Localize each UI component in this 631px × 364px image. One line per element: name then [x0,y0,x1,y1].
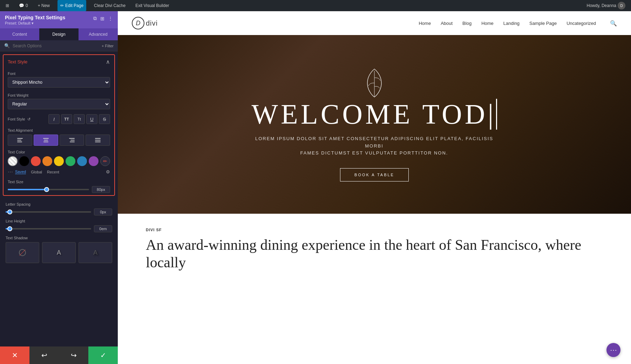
new-btn[interactable]: + New [36,0,52,11]
color-row2: ··· Saved Global Recent ⚙ [8,168,110,176]
panel-grid-icon[interactable]: ⊞ [100,16,104,21]
text-size-label: Text Size [8,180,110,184]
floating-action-button[interactable]: ⋯ [606,343,620,357]
line-height-label: Line Height [6,219,112,223]
tab-content[interactable]: Content [0,28,39,40]
wp-icon-btn[interactable]: ⊞ [4,0,11,11]
color-blue[interactable] [77,156,87,166]
uppercase-btn[interactable]: TT [61,114,72,124]
font-weight-select[interactable]: Regular [8,99,110,109]
letter-spacing-track[interactable] [6,211,91,213]
strikethrough-btn[interactable]: S [99,114,110,124]
svg-rect-4 [44,140,48,140]
text-shadow-section: Text Shadow A A [0,236,118,267]
color-picker-btn[interactable]: ✏ [100,156,110,166]
brand-label: DIVI SF [146,228,603,232]
logo-circle: D [132,17,144,29]
search-input[interactable] [13,43,99,48]
font-group: Font Shippori Mincho [4,69,114,90]
text-size-input[interactable] [92,186,110,193]
letter-spacing-input[interactable] [94,208,112,215]
color-yellow[interactable] [54,156,64,166]
line-height-track[interactable] [6,228,91,229]
tab-design[interactable]: Design [39,28,79,40]
color-green[interactable] [66,156,75,166]
text-size-track[interactable] [8,189,89,190]
preview-area: D divi Home About Blog Home Landing Samp… [118,11,631,364]
wp-icon: ⊞ [6,3,9,8]
text-style-header[interactable]: Text Style ∧ [4,55,114,69]
hero-section: WELCOME TOD| LOREM IPSUM DOLOR SIT AMET … [118,35,631,214]
section-collapse-icon[interactable]: ∧ [106,59,110,65]
color-settings-icon[interactable]: ⚙ [106,169,110,174]
text-color-section: Text Color ✏ ··· Saved [4,148,114,178]
hero-subtitle: LOREM IPSUM DOLOR SIT AMET CONSECTETUR A… [252,135,497,157]
color-tab-global[interactable]: Global [31,170,42,174]
svg-rect-3 [43,138,49,139]
nav-landing[interactable]: Landing [503,21,520,26]
cancel-button[interactable]: ✕ [0,346,29,364]
tab-advanced[interactable]: Advanced [79,28,118,40]
new-label: + New [38,3,50,8]
edit-page-label: Edit Page [65,3,83,8]
color-red[interactable] [31,156,41,166]
panel-copy-icon[interactable]: ⧉ [93,15,97,21]
color-tab-recent[interactable]: Recent [47,170,59,174]
text-shadow-none[interactable] [6,242,39,263]
floating-btn-icon: ⋯ [610,346,617,354]
nav-home2[interactable]: Home [481,21,494,26]
nav-blog[interactable]: Blog [462,21,471,26]
nav-uncategorized[interactable]: Uncategorized [566,21,596,26]
font-select[interactable]: Shippori Mincho [8,77,110,88]
exit-builder-btn[interactable]: Exit Visual Builder [133,0,171,11]
comments-icon: 💬 [19,3,24,8]
align-center-btn[interactable] [34,135,58,146]
align-right-btn[interactable] [60,135,84,146]
search-bar: 🔍 + Filter [0,40,118,51]
undo-button[interactable]: ↩ [29,346,59,364]
nav-search-icon[interactable]: 🔍 [610,20,617,27]
underline-btn[interactable]: U [86,114,97,124]
nav-home[interactable]: Home [419,21,431,26]
save-button[interactable]: ✓ [88,346,118,364]
svg-rect-11 [95,142,101,142]
text-style-section: Text Style ∧ Font Shippori Mincho Font W… [3,54,115,196]
svg-rect-2 [17,142,22,142]
color-more-btn[interactable]: ··· [8,168,13,176]
italic-btn[interactable]: I [48,114,60,124]
reset-icon[interactable]: ↺ [27,117,30,122]
clear-cache-label: Clear Divi Cache [94,3,125,8]
panel-title: Pixel Typing Text Settings [5,15,65,20]
font-style-label: Font Style [8,117,25,121]
align-justify-btn[interactable] [86,135,110,146]
hero-cta-button[interactable]: BOOK A TABLE [340,168,409,181]
color-orange[interactable] [42,156,52,166]
align-left-btn[interactable] [8,135,32,146]
clear-cache-btn[interactable]: Clear Divi Cache [92,0,128,11]
color-black[interactable] [19,156,29,166]
nav-sample[interactable]: Sample Page [529,21,557,26]
color-transparent[interactable] [8,156,18,166]
line-height-input[interactable] [94,225,112,232]
hero-leaf-icon [362,67,387,99]
text-shadow-light[interactable]: A [42,242,76,263]
comments-btn[interactable]: 💬 0 [17,0,30,11]
color-tab-saved[interactable]: Saved [15,170,26,174]
panel-preset[interactable]: Preset: Default ▾ [5,21,65,26]
color-purple[interactable] [89,156,99,166]
nav-about[interactable]: About [441,21,453,26]
panel-footer: ✕ ↩ ↪ ✓ [0,346,118,364]
hero-title: WELCOME TOD| [252,100,497,128]
svg-rect-9 [95,138,101,139]
font-style-row: Font Style ↺ I TT Tt U S [4,112,114,126]
redo-button[interactable]: ↪ [59,346,88,364]
edit-page-btn[interactable]: ✏ Edit Page [57,0,86,11]
panel-menu-icon[interactable]: ⋮ [108,16,113,21]
svg-rect-10 [95,140,101,140]
capitalize-btn[interactable]: Tt [74,114,85,124]
filter-button[interactable]: + Filter [102,44,114,48]
howdy-label: Howdy, Deanna D [585,0,628,11]
website-nav: D divi Home About Blog Home Landing Samp… [118,11,631,35]
svg-rect-5 [43,142,48,142]
text-shadow-dark[interactable]: A [79,242,112,263]
